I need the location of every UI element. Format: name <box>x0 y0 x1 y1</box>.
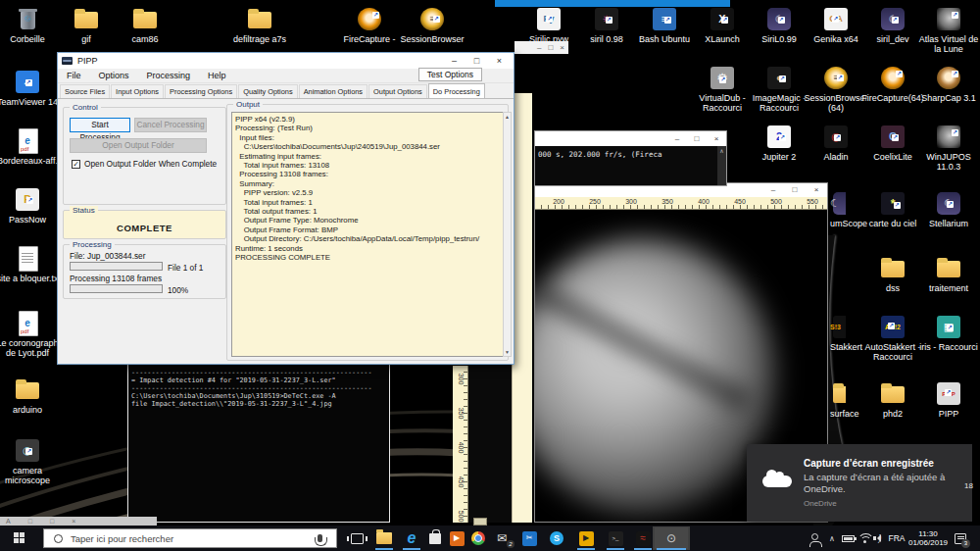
tab[interactable]: Output Options <box>368 84 427 98</box>
search-placeholder: Taper ici pour rechercher <box>71 533 318 544</box>
hidden-window-titlebar-fragment[interactable]: A □ □ × <box>0 517 157 526</box>
maximize-icon[interactable]: □ <box>50 517 54 526</box>
taskbar-app-icon[interactable] <box>466 526 490 550</box>
output-log[interactable]: PIPP x64 (v2.5.9)Processing: (Test Run) … <box>231 112 505 357</box>
app-icon-glyph: ▶ <box>579 531 594 546</box>
taskbar-app-icon[interactable]: e <box>400 526 423 550</box>
close-icon[interactable]: × <box>488 53 511 69</box>
taskbar-app-icon[interactable] <box>345 526 368 550</box>
tab[interactable]: Quality Options <box>238 84 298 98</box>
desktop-icon-glyph <box>130 6 160 32</box>
desktop-icon[interactable]: WinJUPOS 11.0.3 <box>913 124 980 172</box>
desktop-icon[interactable]: e Le coronograph de Lyot.pdf <box>0 310 63 358</box>
output-log-line: PIPP x64 (v2.5.9) <box>235 115 501 124</box>
desktop-icon[interactable]: ☾ Stellarium <box>913 190 980 228</box>
minimize-icon[interactable]: – <box>667 131 687 146</box>
menu-item[interactable]: Processing <box>138 69 200 83</box>
menu-item[interactable]: File <box>58 69 90 83</box>
taskbar-app-icon[interactable]: ▶ <box>574 526 598 550</box>
desktop-icon-label: gif <box>81 34 91 44</box>
taskbar-app-icon[interactable] <box>372 526 396 550</box>
desktop-icon[interactable]: ▦ iris - Raccourci <box>913 314 980 352</box>
taskbar-app-icon[interactable]: S <box>545 526 568 550</box>
start-button[interactable] <box>0 526 39 551</box>
detect-console-window[interactable]: ----------------------------------------… <box>127 365 390 523</box>
taskbar-app-icon[interactable]: ▶ <box>445 526 468 550</box>
taskbar-app-icon[interactable]: ✂ <box>517 526 541 550</box>
volume-icon[interactable] <box>871 526 886 551</box>
maximize-icon[interactable]: □ <box>466 53 488 69</box>
wifi-icon[interactable] <box>857 526 872 551</box>
open-folder-checkbox-row[interactable]: ✓ Open Output Folder When Complete <box>72 159 217 169</box>
open-output-folder-button[interactable]: Open Output Folder <box>70 138 207 153</box>
toast-app-name: OneDrive <box>804 499 837 508</box>
menu-item[interactable]: Help <box>199 69 235 83</box>
desktop-icon[interactable]: arduino <box>0 376 63 415</box>
microphone-icon[interactable] <box>318 534 322 542</box>
maximize-icon[interactable]: □ <box>784 183 806 197</box>
minimize-icon[interactable]: – <box>537 43 541 52</box>
capture-console-window: – □ × 000 s, 202.000 fr/s, (Fireca ∧ <box>534 130 727 186</box>
menu-item[interactable]: Options <box>90 69 138 83</box>
people-icon[interactable] <box>806 526 823 551</box>
maximize-icon[interactable]: □ <box>548 43 553 52</box>
desktop-icon[interactable]: ↔ TeamViewer 14 <box>0 69 63 107</box>
close-icon[interactable]: × <box>707 131 726 146</box>
desktop-icon[interactable]: FireCapture - <box>334 6 405 44</box>
action-center-icon[interactable]: 3 <box>950 526 971 551</box>
desktop-icon[interactable]: P PassNow <box>0 186 63 225</box>
tab[interactable]: Processing Options <box>165 84 237 98</box>
taskbar-search-input[interactable]: Taper ici pour rechercher <box>43 528 337 548</box>
language-indicator[interactable]: FRA <box>885 526 908 551</box>
scroll-down-icon[interactable]: ▼ <box>505 349 510 355</box>
tab[interactable]: Source Files <box>60 84 110 98</box>
close-icon[interactable]: × <box>806 183 827 197</box>
close-icon[interactable]: × <box>560 43 564 52</box>
app-icon-glyph <box>429 533 441 544</box>
taskbar-app-icon[interactable] <box>423 526 447 550</box>
tab[interactable]: Do Processing <box>428 83 485 98</box>
scroll-up-icon[interactable]: ∧ <box>719 148 723 154</box>
checkbox-checked-icon[interactable]: ✓ <box>72 160 80 169</box>
desktop-icon[interactable]: PIPP PIPP <box>913 380 980 419</box>
pipp-titlebar[interactable]: PIPP – □ × <box>58 53 514 69</box>
tab[interactable]: Input Options <box>111 84 164 98</box>
capture-console-titlebar[interactable]: – □ × <box>535 131 726 146</box>
clock[interactable]: 11:30 01/06/2019 <box>908 526 948 551</box>
onedrive-toast-notification[interactable]: Capture d’écran enregistrée La capture d… <box>747 444 972 522</box>
maximize-icon[interactable]: □ <box>28 517 32 526</box>
output-log-line: Runtime: 1 seconds <box>235 244 501 253</box>
battery-icon[interactable] <box>839 526 857 551</box>
desktop-icon-glyph: * <box>878 190 907 217</box>
start-processing-button[interactable]: Start Processing <box>70 118 130 132</box>
desktop-icon[interactable]: traitement <box>913 255 980 293</box>
desktop-icon[interactable]: site a bloquer.tx <box>0 245 63 283</box>
taskbar-app-icon[interactable]: ⊙ <box>653 526 690 550</box>
taskbar-app-icon[interactable]: ≈ <box>631 526 655 550</box>
taskbar-app-icon[interactable]: >_ <box>604 526 627 550</box>
desktop-icon[interactable]: Atlas Virtuel de la Lune <box>913 6 980 54</box>
maximize-icon[interactable]: □ <box>687 131 707 146</box>
desktop-icon[interactable]: e Bordereaux-aff. <box>0 127 63 166</box>
desktop-icon-glyph: ☾ <box>934 190 963 217</box>
desktop-icon[interactable]: SharpCap 3.1 <box>913 65 980 103</box>
hidden-window-titlebar-fragment[interactable]: –□× <box>514 41 568 54</box>
tray-expand-icon[interactable]: ∧ <box>825 526 839 551</box>
scrollbar[interactable]: ▲ ▼ <box>503 112 512 357</box>
desktop-icon-glyph: ≡ <box>821 65 851 91</box>
tab[interactable]: Animation Options <box>299 84 368 98</box>
output-log-line: Estimating input frames: <box>235 152 501 161</box>
scrollbar[interactable]: ∧ <box>717 146 726 185</box>
taskbar-app-icon[interactable]: ✉ 2 <box>490 526 514 550</box>
test-options-button[interactable]: Test Options <box>418 68 482 81</box>
cancel-processing-button[interactable]: Cancel Processing <box>134 118 207 132</box>
minimize-icon[interactable]: – <box>762 183 784 197</box>
desktop-icon[interactable]: ◎ camera microscope <box>0 437 63 485</box>
close-icon[interactable]: × <box>72 517 75 526</box>
desktop-icon-label: surface <box>830 409 859 419</box>
desktop-icon[interactable]: defiltrage a7s <box>224 6 295 44</box>
desktop-icon[interactable]: cam86 <box>110 6 180 44</box>
desktop-icon[interactable]: ≡ SessionBrowser <box>397 6 467 44</box>
minimize-icon[interactable]: – <box>443 53 466 69</box>
scroll-up-icon[interactable]: ▲ <box>505 114 510 120</box>
